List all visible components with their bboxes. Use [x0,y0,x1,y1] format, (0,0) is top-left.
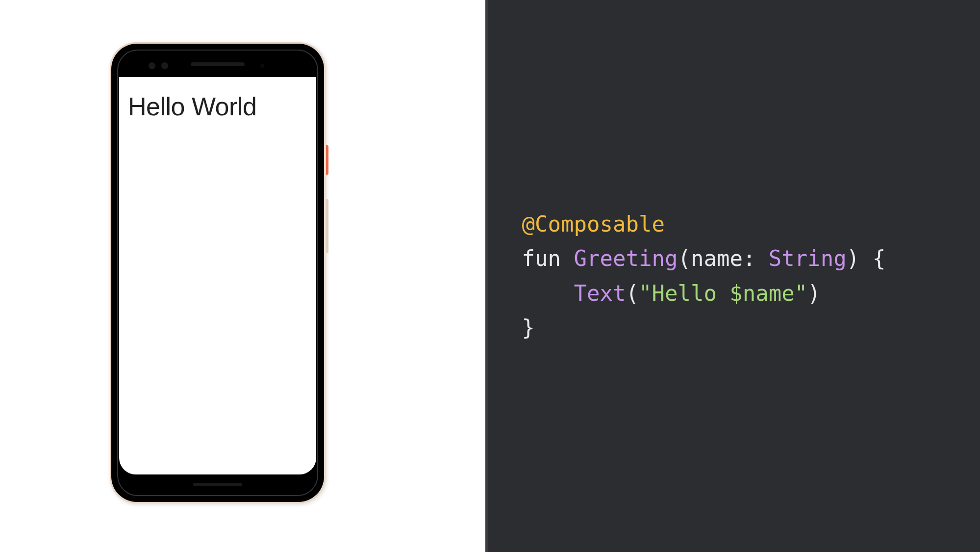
code-call-close: ) [807,281,821,306]
code-indent [522,281,574,306]
code-brace-open: { [859,246,885,271]
code-function-name: Greeting [574,246,678,271]
phone-volume-button-icon [326,199,328,253]
phone-screen: Hello World [119,77,316,474]
phone-power-button-icon [326,145,328,175]
phone-inner-frame: Hello World [117,50,318,496]
code-param-type: String [769,246,847,271]
code-paren-open: ( [678,246,691,271]
code-keyword-fun: fun [522,246,561,271]
phone-camera-icon [161,62,168,69]
phone-frame: Hello World [111,44,324,502]
phone-bottom-speaker-icon [193,483,242,486]
code-panel: @Composable fun Greeting(name: String) {… [485,0,980,552]
code-paren-close: ) [847,246,860,271]
panel-divider [485,0,488,552]
phone-bottom-bezel [119,474,316,494]
phone-camera-icon [149,62,155,69]
code-annotation: @Composable [522,211,665,237]
phone-top-bezel [119,52,316,77]
code-call-open: ( [626,281,639,306]
phone-sensor-icon [260,64,264,68]
greeting-text: Hello World [128,92,307,121]
code-snippet: @Composable fun Greeting(name: String) {… [522,207,886,345]
code-brace-close: } [522,315,535,340]
phone-mockup: Hello World [110,42,326,503]
code-text-call: Text [574,281,626,306]
phone-screen-wrap: Hello World [119,52,316,494]
phone-speaker-icon [191,62,245,66]
phone-preview-panel: Hello World [0,0,485,552]
code-param-name: name [691,246,743,271]
code-colon: : [743,246,769,271]
code-string-literal: "Hello $name" [639,281,807,306]
